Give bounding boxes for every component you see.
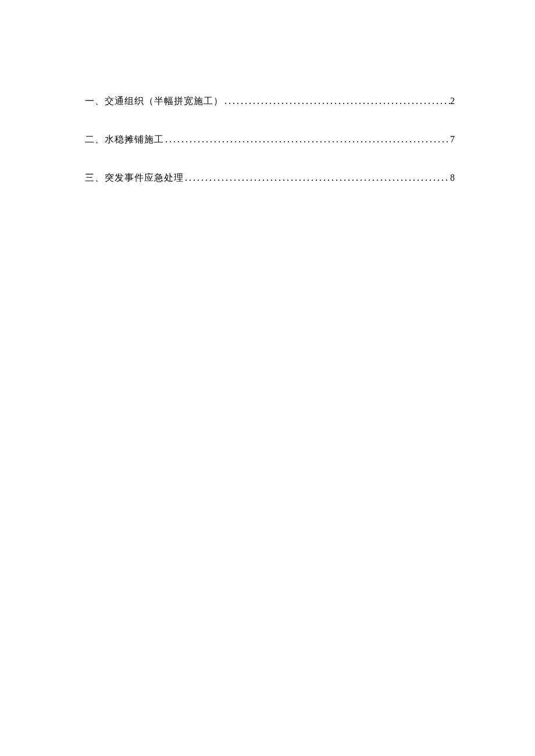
toc-entry[interactable]: 三、突发事件应急处理 8	[85, 171, 455, 185]
toc-entry-title: 二、水稳摊铺施工	[85, 132, 164, 146]
toc-leader-dots	[164, 132, 450, 146]
toc-entry-title: 一、交通组织（半幅拼宽施工）	[85, 94, 223, 108]
toc-leader-dots	[223, 94, 450, 108]
toc-leader-dots	[184, 171, 450, 185]
toc-entry-page: 7	[450, 132, 455, 146]
toc-entry[interactable]: 二、水稳摊铺施工 7	[85, 132, 455, 146]
toc-entry-page: 8	[450, 171, 455, 185]
table-of-contents: 一、交通组织（半幅拼宽施工） 2 二、水稳摊铺施工 7 三、突发事件应急处理 8	[85, 94, 455, 185]
toc-entry-title: 三、突发事件应急处理	[85, 171, 184, 185]
toc-entry-page: 2	[450, 94, 455, 108]
toc-entry[interactable]: 一、交通组织（半幅拼宽施工） 2	[85, 94, 455, 108]
